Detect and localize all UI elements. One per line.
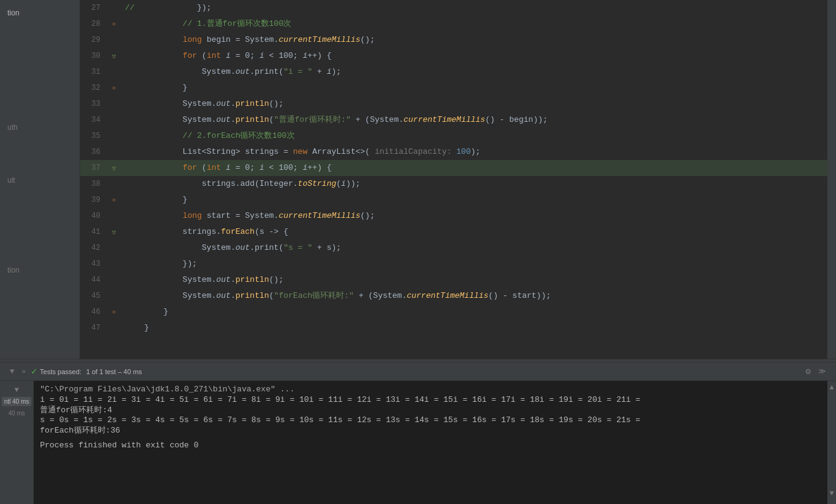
collapse-arrow-icon[interactable]: ▼ <box>10 367 14 376</box>
gutter-41: ▽ <box>108 228 120 236</box>
code-content-27[interactable]: // }); <box>120 0 827 16</box>
code-content-29[interactable]: long begin = System.currentTimeMillis(); <box>120 32 827 48</box>
code-content-43[interactable]: }); <box>120 256 827 272</box>
line-num-37: 37 <box>80 164 108 172</box>
breakpoint-icon-32: ○ <box>112 85 116 92</box>
check-icon: ✓ <box>31 367 38 376</box>
code-content-47[interactable]: } <box>120 320 827 336</box>
code-line-35: 35 // 2.forEach循环次数100次 <box>80 128 827 144</box>
bottom-panel: ▼ » ✓ Tests passed: 1 of 1 test – 40 ms … <box>0 362 836 504</box>
code-content-33[interactable]: System.out.println(); <box>120 96 827 112</box>
code-content-42[interactable]: System.out.print("s = " + s); <box>120 240 827 256</box>
code-line-30: 30 ▽ for (int i = 0; i < 100; i++) { <box>80 48 827 64</box>
line-num-46: 46 <box>80 308 108 316</box>
panel-expand-icon[interactable]: ≫ <box>818 367 826 376</box>
line-num-32: 32 <box>80 84 108 92</box>
code-content-45[interactable]: System.out.println("forEach循环耗时:" + (Sys… <box>120 288 827 304</box>
line-num-47: 47 <box>80 324 108 332</box>
sidebar-item-tion1[interactable]: tion <box>0 5 79 21</box>
console-left-item-ntl[interactable]: ntl 40 ms <box>2 397 32 406</box>
code-line-38: 38 strings.add(Integer.toString(i)); <box>80 176 827 192</box>
console-cmd-line: "C:\Program Files\Java\jdk1.8.0_271\bin\… <box>40 385 821 394</box>
code-content-39[interactable]: } <box>120 192 827 208</box>
down-arrow-icon[interactable]: ▼ <box>14 386 18 394</box>
code-line-39: 39 ○ } <box>80 192 827 208</box>
code-line-29: 29 long begin = System.currentTimeMillis… <box>80 32 827 48</box>
sidebar-item-ult[interactable]: ult <box>0 172 79 188</box>
editor-scrollbar[interactable] <box>827 0 836 359</box>
fold-icon-37[interactable]: ▽ <box>112 164 116 172</box>
fold-icon-30[interactable]: ▽ <box>112 52 116 60</box>
console-output: "C:\Program Files\Java\jdk1.8.0_271\bin\… <box>34 381 827 504</box>
code-line-28: 28 ○ // 1.普通for循环次数100次 <box>80 16 827 32</box>
code-line-41: 41 ▽ strings.forEach(s -> { <box>80 224 827 240</box>
code-content-38[interactable]: strings.add(Integer.toString(i)); <box>120 176 827 192</box>
code-editor: 27 // }); 28 ○ // 1.普通for循环次数100次 29 lon… <box>80 0 827 359</box>
panel-settings[interactable]: ⚙ <box>806 366 811 377</box>
code-content-40[interactable]: long start = System.currentTimeMillis(); <box>120 208 827 224</box>
line-num-39: 39 <box>80 196 108 204</box>
console-area: ▼ ntl 40 ms 40 ms "C:\Program Files\Java… <box>0 381 836 504</box>
code-line-46: 46 ○ } <box>80 304 827 320</box>
code-content-34[interactable]: System.out.println("普通for循环耗时:" + (Syste… <box>120 112 827 128</box>
line-num-27: 27 <box>80 4 108 12</box>
code-line-45: 45 System.out.println("forEach循环耗时:" + (… <box>80 288 827 304</box>
code-content-44[interactable]: System.out.println(); <box>120 272 827 288</box>
code-line-31: 31 System.out.print("i = " + i); <box>80 64 827 80</box>
code-content-36[interactable]: List<String> strings = new ArrayList<>( … <box>120 144 827 160</box>
sidebar-item-tion2[interactable]: tion <box>0 262 79 278</box>
console-scroll-up-icon[interactable]: ▲ <box>829 383 834 392</box>
line-num-34: 34 <box>80 116 108 124</box>
gear-icon[interactable]: ⚙ <box>806 367 811 377</box>
line-num-33: 33 <box>80 100 108 108</box>
code-line-36: 36 List<String> strings = new ArrayList<… <box>80 144 827 160</box>
panel-tab-tests[interactable]: ✓ Tests passed: 1 of 1 test – 40 ms <box>31 367 142 376</box>
line-num-31: 31 <box>80 68 108 76</box>
gutter-37: ▽ <box>108 164 120 172</box>
line-num-41: 41 <box>80 228 108 236</box>
code-line-37: 37 ▽ for (int i = 0; i < 100; i++) { <box>80 160 827 176</box>
gutter-32: ○ <box>108 85 120 92</box>
console-scrollbar[interactable]: ▲ ▼ <box>827 381 836 504</box>
code-line-27: 27 // }); <box>80 0 827 16</box>
code-content-35[interactable]: // 2.forEach循环次数100次 <box>120 128 827 144</box>
line-num-45: 45 <box>80 292 108 300</box>
code-line-33: 33 System.out.println(); <box>80 96 827 112</box>
code-line-40: 40 long start = System.currentTimeMillis… <box>80 208 827 224</box>
breakpoint-icon-39: ○ <box>112 197 116 204</box>
code-line-44: 44 System.out.println(); <box>80 272 827 288</box>
console-scroll-down-icon[interactable]: ▼ <box>829 489 834 498</box>
console-result-foreach: forEach循环耗时:36 <box>40 425 821 436</box>
left-sidebar: tion uth ult tion <box>0 0 80 359</box>
console-data-line-s: s = 0s = 1s = 2s = 3s = 4s = 5s = 6s = 7… <box>40 415 821 425</box>
code-content-41[interactable]: strings.forEach(s -> { <box>120 224 827 240</box>
code-line-42: 42 System.out.print("s = " + s); <box>80 240 827 256</box>
code-line-43: 43 }); <box>80 256 827 272</box>
code-line-32: 32 ○ } <box>80 80 827 96</box>
code-content-32[interactable]: } <box>120 80 827 96</box>
breakpoint-icon-28: ○ <box>112 21 116 28</box>
code-content-37[interactable]: for (int i = 0; i < 100; i++) { <box>120 160 827 176</box>
fold-icon-41[interactable]: ▽ <box>112 228 116 236</box>
console-left-bar: ▼ ntl 40 ms 40 ms <box>0 381 34 504</box>
sidebar-item-uth[interactable]: uth <box>0 119 79 135</box>
code-content-31[interactable]: System.out.print("i = " + i); <box>120 64 827 80</box>
console-data-line-i: i = 0i = 1i = 2i = 3i = 4i = 5i = 6i = 7… <box>40 395 821 404</box>
line-num-36: 36 <box>80 148 108 156</box>
code-content-28[interactable]: // 1.普通for循环次数100次 <box>120 16 827 32</box>
line-num-43: 43 <box>80 260 108 268</box>
gutter-46: ○ <box>108 309 120 316</box>
line-num-28: 28 <box>80 20 108 28</box>
panel-header: ▼ » ✓ Tests passed: 1 of 1 test – 40 ms … <box>0 362 836 381</box>
code-line-47: 47 } <box>80 320 827 336</box>
gutter-30: ▽ <box>108 52 120 60</box>
code-content-30[interactable]: for (int i = 0; i < 100; i++) { <box>120 48 827 64</box>
editor-area: tion uth ult tion 27 // }); 28 ○ // 1.普通… <box>0 0 836 359</box>
code-content-46[interactable]: } <box>120 304 827 320</box>
expand-icon[interactable]: » <box>22 368 26 375</box>
console-process-line: Process finished with exit code 0 <box>40 441 821 450</box>
line-num-42: 42 <box>80 244 108 252</box>
gutter-39: ○ <box>108 197 120 204</box>
console-result-for: 普通for循环耗时:4 <box>40 404 821 415</box>
console-left-item-40ms[interactable]: 40 ms <box>6 409 27 418</box>
